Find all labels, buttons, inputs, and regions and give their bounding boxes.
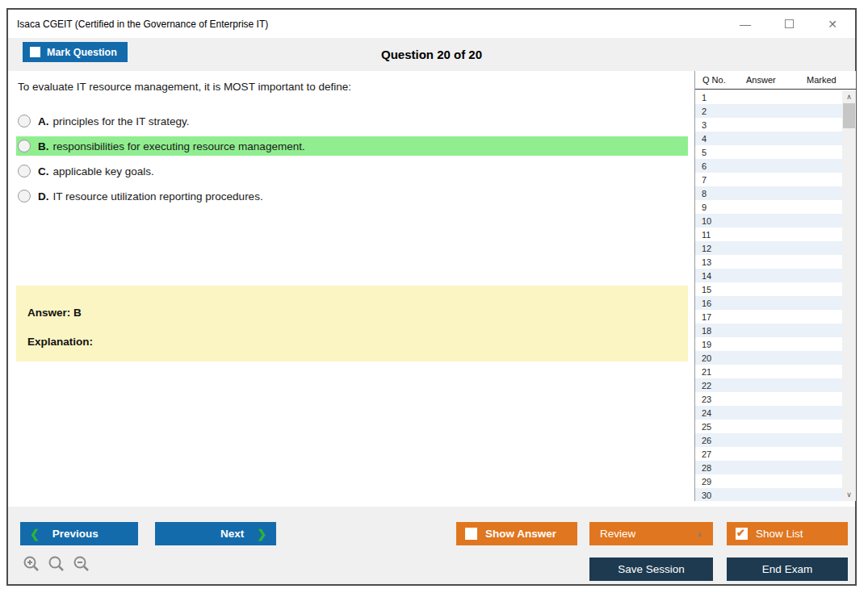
question-list-row[interactable]: 23 (695, 392, 842, 406)
option-b[interactable]: B. responsibilities for executing resour… (16, 136, 688, 156)
question-number: 26 (702, 436, 711, 445)
question-list-row[interactable]: 10 (695, 214, 842, 228)
header-band: Question 20 of 20 Mark Question (8, 38, 855, 71)
question-list-row[interactable]: 16 (695, 296, 842, 310)
scroll-thumb[interactable] (843, 103, 855, 128)
question-number: 24 (702, 408, 711, 418)
question-list-row[interactable]: 28 (695, 461, 842, 474)
question-list-row[interactable]: 22 (695, 378, 842, 392)
question-number: 30 (702, 491, 711, 500)
question-number: 11 (702, 230, 711, 240)
question-list-row[interactable]: 14 (695, 269, 842, 282)
question-list-row[interactable]: 8 (695, 186, 842, 200)
question-list-row[interactable]: 9 (695, 200, 842, 214)
question-number: 7 (702, 175, 707, 185)
minimize-button[interactable]: — (737, 18, 753, 31)
question-list-header: Q No. Answer Marked (695, 71, 856, 90)
question-list-row[interactable]: 21 (695, 365, 842, 378)
question-list-row[interactable]: 24 (695, 406, 842, 420)
option-d[interactable]: D. IT resource utilization reporting pro… (16, 186, 688, 206)
question-number: 3 (702, 120, 707, 130)
question-list-row[interactable]: 29 (695, 474, 842, 488)
question-number: 14 (702, 271, 711, 281)
show-answer-label: Show Answer (485, 528, 556, 540)
question-list-row[interactable]: 13 (695, 255, 842, 269)
zoom-in-icon[interactable] (23, 555, 40, 573)
show-list-checkbox[interactable] (736, 528, 748, 540)
show-answer-button[interactable]: Show Answer (456, 522, 577, 545)
question-number: 4 (702, 134, 707, 144)
explanation-label: Explanation: (27, 336, 93, 348)
scrollbar-track[interactable]: ∧ ∨ (842, 90, 856, 501)
option-letter: C. (38, 165, 49, 177)
option-letter: A. (38, 115, 49, 127)
show-list-button[interactable]: Show List (727, 522, 848, 545)
question-number: 1 (702, 93, 707, 102)
question-list-row[interactable]: 1 (695, 90, 842, 104)
question-list-rows: 1234567891011121314151617181920212223242… (695, 90, 842, 501)
option-letter: D. (38, 190, 49, 203)
question-number: 23 (702, 395, 711, 404)
question-number: 28 (702, 463, 711, 473)
question-list-row[interactable]: 18 (695, 324, 842, 337)
question-number: 5 (702, 148, 707, 157)
question-list-row[interactable]: 26 (695, 433, 842, 447)
close-button[interactable]: ✕ (824, 18, 841, 31)
maximize-button[interactable] (781, 18, 797, 31)
triangle-up-icon: ▲ (695, 529, 713, 538)
option-a-radio[interactable] (18, 115, 31, 127)
footer-bar: ❮ Previous Next ❯ Show Answer Review ▲ S… (8, 507, 855, 584)
question-number: 27 (702, 449, 711, 459)
question-number: 16 (702, 299, 711, 308)
question-list-row[interactable]: 30 (695, 488, 842, 501)
previous-button[interactable]: ❮ Previous (20, 522, 138, 545)
question-list-row[interactable]: 20 (695, 351, 842, 365)
column-header-marked: Marked (807, 75, 837, 85)
mark-question-checkbox[interactable] (30, 47, 40, 57)
question-list-row[interactable]: 25 (695, 420, 842, 433)
question-number: 21 (702, 367, 711, 377)
question-number: 13 (702, 257, 711, 267)
question-number: 15 (702, 285, 711, 294)
window-title: Isaca CGEIT (Certified in the Governance… (8, 19, 268, 30)
zoom-controls (23, 555, 90, 573)
question-number: 17 (702, 312, 711, 322)
next-button[interactable]: Next ❯ (155, 522, 276, 545)
option-b-radio[interactable] (18, 140, 31, 152)
question-list-row[interactable]: 5 (695, 145, 842, 159)
end-exam-button[interactable]: End Exam (727, 558, 848, 581)
question-list-row[interactable]: 15 (695, 282, 842, 296)
question-list-row[interactable]: 3 (695, 118, 842, 132)
option-text: responsibilities for executing resource … (53, 140, 305, 152)
question-list-row[interactable]: 7 (695, 173, 842, 186)
zoom-out-icon[interactable] (73, 555, 90, 573)
column-header-answer: Answer (746, 75, 776, 85)
question-list-row[interactable]: 6 (695, 159, 842, 173)
question-list-row[interactable]: 4 (695, 132, 842, 145)
question-list-row[interactable]: 11 (695, 228, 842, 241)
option-a[interactable]: A. principles for the IT strategy. (16, 111, 688, 131)
question-number: 8 (702, 189, 707, 198)
scroll-up-button[interactable]: ∧ (842, 90, 856, 103)
question-list-row[interactable]: 12 (695, 241, 842, 255)
option-d-radio[interactable] (18, 190, 31, 203)
scroll-down-button[interactable]: ∨ (842, 488, 856, 501)
question-list-row[interactable]: 27 (695, 447, 842, 461)
option-c[interactable]: C. applicable key goals. (16, 161, 688, 181)
question-number: 25 (702, 422, 711, 432)
mark-question-label: Mark Question (47, 47, 117, 58)
save-session-label: Save Session (618, 563, 685, 575)
question-list-row[interactable]: 17 (695, 310, 842, 324)
question-number: 9 (702, 203, 707, 212)
option-text: IT resource utilization reporting proced… (53, 190, 263, 203)
mark-question-button[interactable]: Mark Question (23, 42, 128, 62)
question-list-row[interactable]: 2 (695, 104, 842, 118)
review-button[interactable]: Review ▲ (589, 522, 713, 545)
show-answer-checkbox[interactable] (465, 528, 477, 540)
save-session-button[interactable]: Save Session (589, 558, 713, 581)
review-label: Review (600, 528, 635, 540)
zoom-reset-icon[interactable] (48, 555, 65, 573)
next-label: Next (220, 528, 244, 540)
option-c-radio[interactable] (18, 165, 31, 177)
question-list-row[interactable]: 19 (695, 337, 842, 351)
